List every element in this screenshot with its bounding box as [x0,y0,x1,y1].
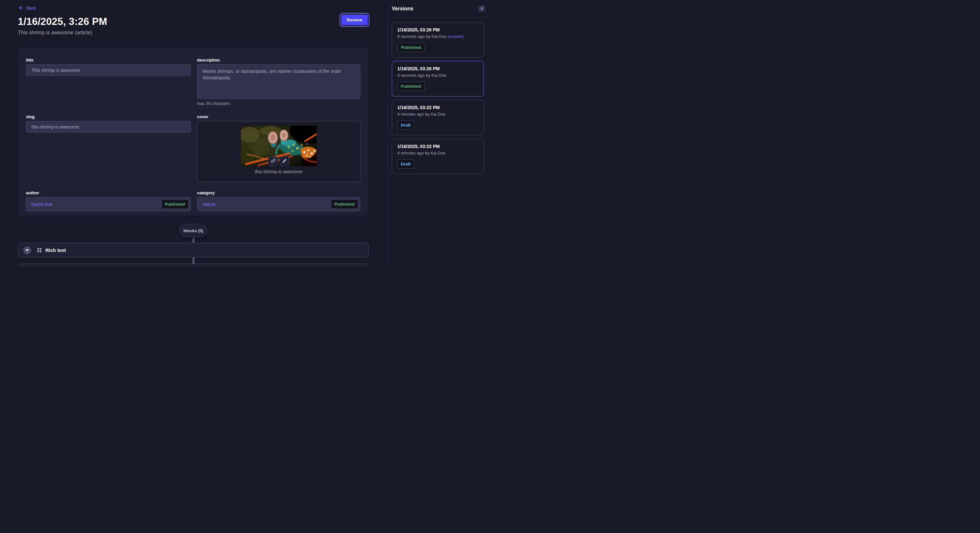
chevron-down-icon [25,249,29,251]
slug-input[interactable] [26,121,191,132]
author-label: author [26,190,191,195]
versions-header: Versions 4 [388,0,490,17]
field-description: description Mantis shrimps, or stomatopo… [197,58,360,106]
versions-list: 1/16/2025, 03:26 PM 8 seconds ago by Kai… [388,17,490,174]
field-title: title [26,58,191,106]
category-relation-box: nature Published [197,197,360,211]
blocks-count-pill: blocks (5) [178,224,208,238]
version-meta: 4 minutes ago by Kai Doe [397,151,478,155]
current-version-tag: (current) [447,34,463,39]
cover-actions [268,156,290,166]
category-label: category [197,190,360,195]
field-slug: slug [26,114,191,182]
slug-label: slug [26,114,191,119]
author-relation-box: David Doe Published [26,197,191,211]
versions-title: Versions [392,6,414,12]
field-category: category nature Published [197,190,360,211]
cover-media-box: this-shrimp-is-awesome [197,121,360,182]
author-status-badge: Published [161,200,189,209]
version-meta: 8 seconds ago by Kai Doe (current) [397,34,478,39]
version-meta: 8 seconds ago by Kai Doe [397,73,478,78]
blocks-connector-line [192,238,194,243]
version-date: 1/16/2025, 03:22 PM [397,105,478,110]
version-meta: 4 minutes ago by Kai Doe [397,112,478,117]
version-status-badge: Draft [397,121,414,130]
version-history-page: Back 1/16/2025, 3:26 PM This shrimp is a… [0,0,490,266]
versions-sidebar: Versions 4 1/16/2025, 03:26 PM 8 seconds… [388,0,490,266]
title-label: title [26,58,191,62]
category-link[interactable]: nature [202,202,215,207]
blocks-section: blocks (5) Rich text Quote - T [18,224,369,266]
cover-edit-button[interactable] [280,156,290,166]
version-card-3[interactable]: 1/16/2025, 03:22 PM 4 minutes ago by Kai… [392,100,484,135]
version-status-badge: Published [397,82,425,91]
title-input[interactable] [26,65,191,76]
cover-image [241,125,317,166]
cover-caption: this-shrimp-is-awesome [255,169,303,174]
page-title: 1/16/2025, 3:26 PM [18,16,369,27]
field-author: author David Doe Published [26,190,191,211]
back-label: Back [26,5,36,11]
description-label: description [197,58,360,62]
versions-count-badge: 4 [478,5,485,12]
version-card-2-selected[interactable]: 1/16/2025, 03:26 PM 8 seconds ago by Kai… [392,61,484,97]
back-arrow-icon [18,5,24,11]
accordion-toggle-button[interactable] [23,246,31,254]
field-cover: cover [197,114,360,182]
version-status-badge: Published [397,43,425,52]
link-icon [270,159,275,164]
block-row-quote[interactable]: Quote - Thelonius Monk [18,263,369,266]
block-label: Rich text [45,247,66,253]
component-grid-icon [37,248,41,252]
category-status-badge: Published [331,200,358,209]
version-form-card: title description Mantis shrimps, or sto… [18,48,369,216]
block-row-rich-text[interactable]: Rich text [18,243,369,257]
version-date: 1/16/2025, 03:26 PM [397,66,478,71]
pencil-icon [282,159,287,164]
version-date: 1/16/2025, 03:26 PM [397,27,478,32]
version-card-4[interactable]: 1/16/2025, 03:22 PM 4 minutes ago by Kai… [392,139,484,174]
version-meta-text: 8 seconds ago by Kai Doe [397,34,447,39]
description-hint: max. 80 characters [197,102,360,106]
main-content: Back 1/16/2025, 3:26 PM This shrimp is a… [0,0,388,266]
cover-label: cover [197,114,360,119]
blocks-connector-line [192,257,194,263]
page-subtitle: This shrimp is awesome (article) [18,30,369,36]
version-status-badge: Draft [397,159,414,169]
author-link[interactable]: David Doe [32,202,52,207]
restore-button[interactable]: Restore [341,14,368,25]
version-date: 1/16/2025, 03:22 PM [397,144,478,149]
back-link[interactable]: Back [18,5,36,11]
version-card-1[interactable]: 1/16/2025, 03:26 PM 8 seconds ago by Kai… [392,22,484,58]
description-textarea[interactable]: Mantis shrimps, or stomatopods, are mari… [197,65,360,99]
page-header: Back 1/16/2025, 3:26 PM This shrimp is a… [0,0,388,36]
cover-link-button[interactable] [268,156,278,166]
